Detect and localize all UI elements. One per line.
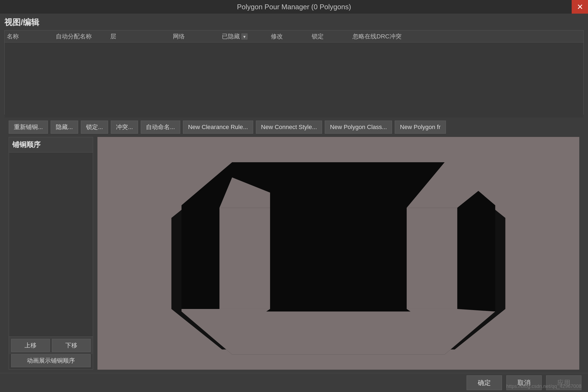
window-title: Polygon Pour Manager (0 Polygons)	[237, 3, 351, 11]
new-poly-class-button[interactable]: New Polygon Class...	[325, 121, 392, 134]
pour-order-title: 铺铜顺序	[9, 137, 93, 152]
col-header-ignore: 忽略在线DRC冲突	[350, 32, 583, 41]
new-clearance-button[interactable]: New Clearance Rule...	[183, 121, 253, 134]
col-header-modified: 修改	[269, 32, 310, 41]
repour-button[interactable]: 重新铺铜...	[9, 121, 48, 134]
move-up-button[interactable]: 上移	[11, 339, 50, 352]
table-area: 名称 自动分配名称 层 网络 已隐藏 ▼ 修改 锁定 忽略在线DRC冲突	[4, 30, 584, 115]
hidden-dropdown[interactable]: ▼	[241, 33, 247, 39]
col-header-locked: 锁定	[310, 32, 350, 41]
table-header: 名称 自动分配名称 层 网络 已隐藏 ▼ 修改 锁定 忽略在线DRC冲突	[5, 30, 583, 42]
final-preview	[97, 137, 579, 370]
hide-button[interactable]: 隐藏...	[51, 121, 78, 134]
col-header-layer: 层	[108, 32, 171, 41]
lock-button[interactable]: 锁定...	[81, 121, 108, 134]
col-header-name: 名称	[5, 32, 54, 41]
footer: 确定 取消 应用 https://blog.csdn.net/qq_429670…	[0, 373, 588, 392]
top-section: 视图/编辑 名称 自动分配名称 层 网络 已隐藏 ▼ 修改 锁定 忽略在线DRC…	[4, 17, 584, 137]
pour-order-panel: 铺铜顺序 上移 下移 动画展示铺铜顺序	[9, 137, 93, 370]
move-down-button[interactable]: 下移	[52, 339, 91, 352]
left-slot	[219, 208, 270, 309]
bottom-gray	[182, 311, 495, 354]
conflict-button[interactable]: 冲突...	[111, 121, 138, 134]
url-text: https://blog.csdn.net/qq_42967008	[506, 384, 581, 389]
new-poly-fr-button[interactable]: New Polygon fr	[395, 121, 446, 134]
col-header-net: 网络	[171, 32, 220, 41]
animate-button[interactable]: 动画展示铺铜顺序	[11, 354, 91, 367]
preview-panel	[97, 137, 579, 370]
buttons-row: 重新铺铜... 隐藏... 锁定... 冲突... 自动命名... New Cl…	[4, 117, 584, 137]
autoname-button[interactable]: 自动命名...	[141, 121, 180, 134]
close-button[interactable]: ✕	[572, 0, 588, 14]
ok-button[interactable]: 确定	[467, 375, 502, 390]
col-header-auto: 自动分配名称	[54, 32, 108, 41]
table-body	[5, 42, 583, 118]
bottom-section: 铺铜顺序 上移 下移 动画展示铺铜顺序	[4, 137, 584, 370]
col-header-hidden: 已隐藏 ▼	[220, 32, 269, 41]
main-content: 视图/编辑 名称 自动分配名称 层 网络 已隐藏 ▼ 修改 锁定 忽略在线DRC…	[0, 14, 588, 373]
pour-order-buttons: 上移 下移	[9, 336, 93, 354]
right-slot	[407, 208, 457, 309]
titlebar: Polygon Pour Manager (0 Polygons) ✕	[0, 0, 588, 14]
new-connect-button[interactable]: New Connect Style...	[256, 121, 322, 134]
view-edit-label: 视图/编辑	[4, 17, 584, 28]
pour-order-list	[9, 152, 93, 336]
